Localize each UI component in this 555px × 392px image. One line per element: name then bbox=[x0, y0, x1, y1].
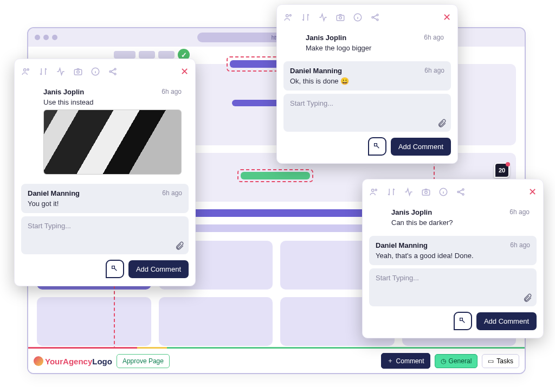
comment-target-box[interactable] bbox=[237, 169, 313, 182]
activity-icon[interactable] bbox=[404, 187, 414, 197]
add-comment-button[interactable]: Add Comment bbox=[128, 260, 189, 278]
popup-toolbar: ✕ bbox=[283, 11, 451, 23]
paperclip-icon[interactable] bbox=[522, 293, 532, 303]
info-icon[interactable] bbox=[91, 67, 100, 76]
comment-pin[interactable]: 20 bbox=[494, 163, 509, 178]
annotate-button[interactable] bbox=[454, 312, 472, 330]
camera-icon[interactable] bbox=[335, 12, 345, 22]
svg-point-13 bbox=[372, 17, 373, 18]
svg-point-7 bbox=[114, 73, 116, 75]
clock-icon: ◷ bbox=[441, 357, 446, 365]
nav-pill bbox=[139, 51, 155, 59]
comment-message: Daniel Manning6h ago Ok, this is done 😀 bbox=[283, 61, 451, 91]
add-comment-button[interactable]: Add Comment bbox=[476, 312, 537, 330]
placeholder-bar bbox=[241, 172, 310, 179]
svg-point-19 bbox=[425, 191, 428, 194]
message-body: Can this be darker? bbox=[391, 219, 530, 227]
tasks-button[interactable]: ▭Tasks bbox=[482, 354, 519, 368]
users-icon[interactable] bbox=[283, 12, 293, 22]
nav-pill bbox=[158, 51, 175, 59]
annotate-button[interactable] bbox=[106, 260, 124, 278]
svg-point-11 bbox=[339, 17, 342, 20]
logo-icon bbox=[34, 356, 43, 366]
message-body: Ok, this is done 😀 bbox=[290, 77, 444, 85]
close-icon[interactable]: ✕ bbox=[528, 186, 537, 198]
chat-icon: ▭ bbox=[488, 357, 494, 365]
share-icon[interactable] bbox=[108, 67, 118, 76]
svg-rect-18 bbox=[422, 190, 430, 195]
author-name: Daniel Manning bbox=[28, 189, 80, 197]
message-body: Yeah, that's a good idea! Done. bbox=[376, 252, 530, 260]
timestamp: 6h ago bbox=[424, 67, 444, 75]
timestamp: 6h ago bbox=[509, 208, 530, 216]
traffic-light-dot bbox=[52, 35, 57, 40]
info-icon[interactable] bbox=[353, 12, 363, 22]
share-icon[interactable] bbox=[456, 187, 466, 197]
add-comment-button[interactable]: Add Comment bbox=[391, 138, 451, 156]
close-icon[interactable]: ✕ bbox=[443, 11, 451, 23]
sort-icon[interactable] bbox=[386, 187, 396, 197]
author-name: Janis Joplin bbox=[306, 34, 346, 42]
popup-toolbar: ✕ bbox=[21, 66, 189, 78]
comment-message: Janis Joplin6h ago Can this be darker? bbox=[369, 202, 537, 233]
comment-message: Janis Joplin6h ago Make the logo bigger bbox=[283, 28, 451, 58]
svg-point-0 bbox=[24, 69, 27, 72]
paperclip-icon[interactable] bbox=[175, 241, 184, 251]
share-icon[interactable] bbox=[370, 12, 380, 22]
message-body: You got it! bbox=[28, 200, 182, 208]
attached-image[interactable] bbox=[43, 110, 182, 175]
agency-logo: YourAgencyLogo bbox=[34, 356, 112, 366]
svg-point-23 bbox=[462, 194, 464, 195]
users-icon[interactable] bbox=[21, 67, 31, 76]
timestamp: 6h ago bbox=[510, 241, 530, 249]
sort-icon[interactable] bbox=[38, 67, 48, 76]
general-filter-button[interactable]: ◷General bbox=[435, 354, 478, 368]
grid-card[interactable] bbox=[37, 297, 151, 346]
reply-input[interactable]: Start Typing... bbox=[283, 94, 451, 132]
comment-popup: ✕ Janis Joplin6h ago Use this instead Da… bbox=[14, 59, 196, 286]
author-name: Daniel Manning bbox=[376, 241, 428, 249]
add-comment-button[interactable]: ＋Comment bbox=[381, 353, 430, 369]
comment-popup: ✕ Janis Joplin6h ago Make the logo bigge… bbox=[276, 4, 458, 164]
traffic-light-dot bbox=[35, 35, 40, 40]
reply-input[interactable]: Start Typing... bbox=[21, 216, 189, 254]
traffic-light-dot bbox=[43, 35, 49, 40]
popup-toolbar: ✕ bbox=[369, 186, 537, 198]
svg-point-22 bbox=[462, 189, 464, 190]
camera-icon[interactable] bbox=[73, 67, 83, 76]
author-name: Janis Joplin bbox=[43, 88, 84, 96]
comment-message: Janis Joplin6h ago Use this instead bbox=[21, 82, 189, 181]
reply-input[interactable]: Start Typing... bbox=[369, 268, 537, 306]
sort-icon[interactable] bbox=[301, 12, 311, 22]
annotate-button[interactable] bbox=[368, 137, 386, 156]
svg-point-8 bbox=[286, 15, 289, 17]
svg-rect-10 bbox=[337, 15, 344, 21]
author-name: Janis Joplin bbox=[391, 208, 432, 216]
timestamp: 6h ago bbox=[162, 189, 182, 197]
nav-pill bbox=[114, 51, 135, 59]
grid-card[interactable] bbox=[159, 297, 273, 346]
svg-point-6 bbox=[114, 68, 116, 70]
close-icon[interactable]: ✕ bbox=[180, 66, 189, 78]
svg-point-1 bbox=[27, 69, 29, 70]
placeholder-text: Start Typing... bbox=[28, 222, 71, 230]
author-name: Daniel Manning bbox=[290, 67, 342, 75]
timestamp: 6h ago bbox=[162, 88, 182, 96]
svg-point-21 bbox=[457, 191, 459, 193]
svg-point-15 bbox=[377, 19, 378, 21]
svg-point-5 bbox=[109, 71, 111, 73]
approve-page-button[interactable]: Approve Page bbox=[117, 354, 170, 368]
info-icon[interactable] bbox=[438, 187, 448, 197]
paperclip-icon[interactable] bbox=[437, 119, 447, 128]
activity-icon[interactable] bbox=[56, 67, 66, 76]
camera-icon[interactable] bbox=[421, 187, 431, 197]
placeholder-text: Start Typing... bbox=[290, 99, 333, 107]
timestamp: 6h ago bbox=[424, 34, 444, 42]
users-icon[interactable] bbox=[369, 187, 379, 197]
svg-point-16 bbox=[372, 189, 375, 192]
placeholder-text: Start Typing... bbox=[376, 274, 419, 282]
svg-point-3 bbox=[77, 71, 80, 74]
message-body: Make the logo bigger bbox=[306, 44, 444, 52]
comment-message: Daniel Manning6h ago You got it! bbox=[21, 184, 189, 213]
activity-icon[interactable] bbox=[318, 12, 328, 22]
